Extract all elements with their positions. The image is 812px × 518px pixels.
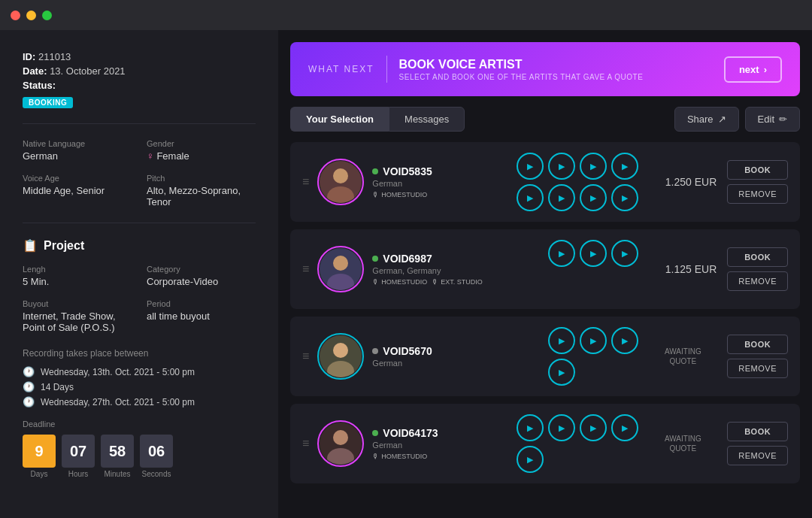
next-button[interactable]: next › xyxy=(724,56,782,83)
tab-messages[interactable]: Messages xyxy=(389,107,465,132)
play-grid-3: ▶ ▶ ▶ ▶ ▶ xyxy=(517,414,638,473)
recording-label: Recording takes place between xyxy=(23,348,256,359)
mic-icon-1: 🎙 xyxy=(372,278,379,286)
artist-card-2: ≡ VOID5670 German xyxy=(290,317,800,396)
book-button-0[interactable]: BOOK xyxy=(727,160,788,180)
play-btn-1-0[interactable]: ▶ xyxy=(548,240,575,267)
gender-label: Gender xyxy=(147,139,256,148)
price-0: 1.250 EUR xyxy=(649,176,717,188)
minutes-label: Minutes xyxy=(104,470,130,478)
gender-icon: ♀ xyxy=(147,150,154,162)
status-dot-2 xyxy=(372,348,378,354)
banner: WHAT NEXT BOOK VOICE ARTIST SELECT AND B… xyxy=(290,42,800,96)
countdown: 9 Days 07 Hours 58 Minutes 06 Seconds xyxy=(23,435,256,478)
play-btn-1-2[interactable]: ▶ xyxy=(611,240,638,267)
play-btn-0-6[interactable]: ▶ xyxy=(580,184,607,211)
share-icon: ↗ xyxy=(718,114,726,125)
play-btn-3-3[interactable]: ▶ xyxy=(611,414,638,441)
voice-age-label: Voice Age xyxy=(23,174,132,183)
maximize-button[interactable] xyxy=(42,11,52,20)
edit-label: Edit xyxy=(758,114,774,125)
play-grid-2: ▶ ▶ ▶ ▶ xyxy=(548,327,638,386)
artist-lang-3: German xyxy=(372,441,506,450)
end-icon: 🕐 xyxy=(23,396,35,407)
category-value: Corporate-Video xyxy=(147,276,256,287)
buyout-label: Buyout xyxy=(23,299,132,308)
remove-button-2[interactable]: REMOVE xyxy=(727,359,788,378)
artist-tag-homestudio-1: 🎙 HOMESTUDIO xyxy=(372,278,427,286)
artist-list: ≡ VOID5835 German xyxy=(278,142,812,503)
artist-info-0: VOID5835 German 🎙 HOMESTUDIO xyxy=(372,165,506,198)
close-button[interactable] xyxy=(11,11,20,20)
hours-label: Hours xyxy=(68,470,89,478)
play-btn-2-3[interactable]: ▶ xyxy=(548,359,575,386)
edit-button[interactable]: Edit ✏ xyxy=(745,107,800,132)
left-panel: ID: 211013 Date: 13. October 2021 Status… xyxy=(0,30,278,518)
length-label: Lengh xyxy=(23,265,132,274)
book-button-3[interactable]: BOOK xyxy=(727,422,788,441)
play-btn-0-4[interactable]: ▶ xyxy=(517,184,544,211)
play-btn-1-1[interactable]: ▶ xyxy=(580,240,607,267)
card-actions-0: BOOK REMOVE xyxy=(727,160,788,204)
play-btn-3-0[interactable]: ▶ xyxy=(517,414,544,441)
status-dot-0 xyxy=(372,168,378,174)
play-btn-0-0[interactable]: ▶ xyxy=(517,153,544,180)
period-value: all time buyout xyxy=(147,310,256,322)
play-btn-2-0[interactable]: ▶ xyxy=(548,327,575,354)
play-btn-2-2[interactable]: ▶ xyxy=(611,327,638,354)
remove-button-0[interactable]: REMOVE xyxy=(727,184,788,204)
countdown-minutes: 58 xyxy=(101,435,134,468)
book-button-1[interactable]: BOOK xyxy=(727,247,788,267)
card-actions-1: BOOK REMOVE xyxy=(727,247,788,291)
share-label: Share xyxy=(687,114,714,125)
project-label: Project xyxy=(44,239,84,253)
id-value: 211013 xyxy=(38,51,71,62)
banner-title: BOOK VOICE ARTIST xyxy=(399,58,644,71)
play-btn-0-7[interactable]: ▶ xyxy=(611,184,638,211)
artist-lang-0: German xyxy=(372,179,506,188)
play-grid-0: ▶ ▶ ▶ ▶ ▶ ▶ ▶ ▶ xyxy=(517,153,638,211)
book-button-2[interactable]: BOOK xyxy=(727,335,788,354)
drag-handle-1[interactable]: ≡ xyxy=(302,262,309,276)
status-dot-1 xyxy=(372,256,378,262)
recording-end: Wednesday, 27th. Oct. 2021 - 5:00 pm xyxy=(41,397,195,407)
play-btn-3-4[interactable]: ▶ xyxy=(517,446,544,473)
artist-info-1: VOID6987 German, Germany 🎙 HOMESTUDIO 🎙 … xyxy=(372,253,538,286)
deadline-label: Deadline xyxy=(23,420,256,429)
drag-handle-0[interactable]: ≡ xyxy=(302,175,309,189)
awaiting-quote-3: AWAITINGQUOTE xyxy=(649,434,717,453)
awaiting-quote-2: AWAITINGQUOTE xyxy=(649,347,717,366)
voice-age-value: Middle Age, Senior xyxy=(23,185,132,196)
minimize-button[interactable] xyxy=(26,11,36,20)
tab-your-selection[interactable]: Your Selection xyxy=(290,107,389,132)
titlebar xyxy=(0,0,812,30)
price-area-2: AWAITINGQUOTE xyxy=(649,347,717,366)
recording-start: Wednesday, 13th. Oct. 2021 - 5:00 pm xyxy=(41,367,195,377)
card-actions-2: BOOK REMOVE xyxy=(727,335,788,378)
artist-card-0: ≡ VOID5835 German xyxy=(290,142,800,222)
play-btn-2-1[interactable]: ▶ xyxy=(580,327,607,354)
remove-button-1[interactable]: REMOVE xyxy=(727,271,788,291)
banner-subtitle: SELECT AND BOOK ONE OF THE ARTITS THAT G… xyxy=(399,73,644,81)
play-btn-3-2[interactable]: ▶ xyxy=(580,414,607,441)
drag-handle-3[interactable]: ≡ xyxy=(302,437,309,450)
artist-tag-homestudio-0: 🎙 HOMESTUDIO xyxy=(372,191,427,198)
play-btn-0-5[interactable]: ▶ xyxy=(548,184,575,211)
native-language-value: German xyxy=(23,150,132,162)
countdown-seconds: 06 xyxy=(140,435,173,468)
play-btn-0-2[interactable]: ▶ xyxy=(580,153,607,180)
play-btn-0-3[interactable]: ▶ xyxy=(611,153,638,180)
avatar-ring-1 xyxy=(317,246,364,292)
play-btn-3-1[interactable]: ▶ xyxy=(548,414,575,441)
play-btn-0-1[interactable]: ▶ xyxy=(548,153,575,180)
play-grid-1: ▶ ▶ ▶ xyxy=(548,240,638,298)
category-label: Category xyxy=(147,265,256,274)
remove-button-3[interactable]: REMOVE xyxy=(727,446,788,465)
artist-lang-2: German xyxy=(372,359,538,368)
drag-handle-2[interactable]: ≡ xyxy=(302,350,309,363)
calendar-icon: 🕐 xyxy=(23,381,35,392)
share-button[interactable]: Share ↗ xyxy=(674,107,739,132)
status-badge: BOOKING xyxy=(23,97,73,108)
artist-card-1: ≡ VOID6987 German, Germany xyxy=(290,229,800,309)
gender-value: ♀ Female xyxy=(147,150,256,162)
